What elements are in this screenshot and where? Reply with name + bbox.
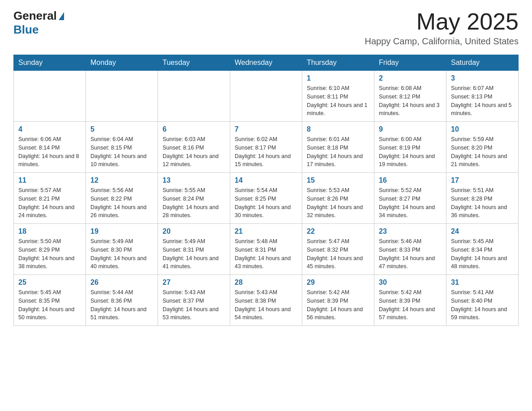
logo-triangle-icon: [59, 12, 64, 20]
day-number: 14: [235, 176, 297, 184]
calendar-cell: 17Sunrise: 5:51 AMSunset: 8:28 PMDayligh…: [446, 173, 519, 224]
day-info: Sunrise: 5:49 AMSunset: 8:31 PMDaylight:…: [163, 237, 225, 271]
day-info: Sunrise: 5:55 AMSunset: 8:24 PMDaylight:…: [163, 186, 225, 220]
day-number: 22: [307, 227, 369, 235]
calendar-cell: 26Sunrise: 5:44 AMSunset: 8:36 PMDayligh…: [86, 275, 158, 326]
calendar-cell: 16Sunrise: 5:52 AMSunset: 8:27 PMDayligh…: [374, 173, 446, 224]
day-number: 15: [307, 176, 369, 184]
day-info: Sunrise: 5:45 AMSunset: 8:34 PMDaylight:…: [451, 237, 514, 271]
calendar-cell: 28Sunrise: 5:43 AMSunset: 8:38 PMDayligh…: [230, 275, 302, 326]
day-number: 6: [163, 125, 225, 133]
day-of-week-header: Friday: [374, 55, 446, 71]
day-info: Sunrise: 5:53 AMSunset: 8:26 PMDaylight:…: [307, 186, 369, 220]
day-info: Sunrise: 5:57 AMSunset: 8:21 PMDaylight:…: [18, 186, 81, 220]
day-info: Sunrise: 5:54 AMSunset: 8:25 PMDaylight:…: [235, 186, 297, 220]
calendar-week-row: 11Sunrise: 5:57 AMSunset: 8:21 PMDayligh…: [14, 173, 519, 224]
page-header: General Blue May 2025 Happy Camp, Califo…: [13, 9, 519, 47]
calendar-cell: [86, 71, 158, 122]
day-info: Sunrise: 6:07 AMSunset: 8:13 PMDaylight:…: [451, 84, 514, 118]
day-number: 27: [163, 278, 225, 287]
day-number: 10: [451, 125, 514, 133]
calendar-cell: 25Sunrise: 5:45 AMSunset: 8:35 PMDayligh…: [14, 275, 86, 326]
calendar-cell: 30Sunrise: 5:42 AMSunset: 8:39 PMDayligh…: [374, 275, 446, 326]
day-info: Sunrise: 5:56 AMSunset: 8:22 PMDaylight:…: [90, 186, 153, 220]
day-info: Sunrise: 6:10 AMSunset: 8:11 PMDaylight:…: [307, 84, 369, 118]
calendar-cell: 2Sunrise: 6:08 AMSunset: 8:12 PMDaylight…: [374, 71, 446, 122]
day-info: Sunrise: 5:42 AMSunset: 8:39 PMDaylight:…: [379, 288, 442, 322]
calendar-cell: 14Sunrise: 5:54 AMSunset: 8:25 PMDayligh…: [230, 173, 302, 224]
day-info: Sunrise: 6:08 AMSunset: 8:12 PMDaylight:…: [379, 84, 442, 118]
calendar-cell: 4Sunrise: 6:06 AMSunset: 8:14 PMDaylight…: [14, 122, 86, 173]
calendar-cell: [230, 71, 302, 122]
calendar-cell: 29Sunrise: 5:42 AMSunset: 8:39 PMDayligh…: [302, 275, 374, 326]
calendar-cell: 8Sunrise: 6:01 AMSunset: 8:18 PMDaylight…: [302, 122, 374, 173]
logo: General Blue: [13, 9, 64, 37]
day-info: Sunrise: 5:50 AMSunset: 8:29 PMDaylight:…: [18, 237, 81, 271]
calendar-cell: 7Sunrise: 6:02 AMSunset: 8:17 PMDaylight…: [230, 122, 302, 173]
day-number: 21: [235, 227, 297, 235]
calendar-table: SundayMondayTuesdayWednesdayThursdayFrid…: [13, 55, 519, 326]
calendar-cell: 10Sunrise: 5:59 AMSunset: 8:20 PMDayligh…: [446, 122, 519, 173]
day-number: 26: [90, 278, 153, 287]
day-info: Sunrise: 5:43 AMSunset: 8:37 PMDaylight:…: [163, 288, 225, 322]
day-info: Sunrise: 6:04 AMSunset: 8:15 PMDaylight:…: [90, 135, 153, 169]
calendar-cell: 18Sunrise: 5:50 AMSunset: 8:29 PMDayligh…: [14, 224, 86, 275]
day-number: 23: [379, 227, 442, 235]
day-number: 18: [18, 227, 81, 235]
day-info: Sunrise: 5:43 AMSunset: 8:38 PMDaylight:…: [235, 288, 297, 322]
calendar-cell: [14, 71, 86, 122]
day-info: Sunrise: 5:42 AMSunset: 8:39 PMDaylight:…: [307, 288, 369, 322]
calendar-cell: 27Sunrise: 5:43 AMSunset: 8:37 PMDayligh…: [158, 275, 230, 326]
day-number: 5: [90, 125, 153, 133]
day-info: Sunrise: 6:00 AMSunset: 8:19 PMDaylight:…: [379, 135, 442, 169]
calendar-cell: 21Sunrise: 5:48 AMSunset: 8:31 PMDayligh…: [230, 224, 302, 275]
calendar-week-row: 1Sunrise: 6:10 AMSunset: 8:11 PMDaylight…: [14, 71, 519, 122]
day-number: 24: [451, 227, 514, 235]
day-number: 31: [451, 278, 514, 287]
day-number: 16: [379, 176, 442, 184]
day-info: Sunrise: 5:46 AMSunset: 8:33 PMDaylight:…: [379, 237, 442, 271]
day-info: Sunrise: 6:03 AMSunset: 8:16 PMDaylight:…: [163, 135, 225, 169]
calendar-cell: 9Sunrise: 6:00 AMSunset: 8:19 PMDaylight…: [374, 122, 446, 173]
calendar-header-row: SundayMondayTuesdayWednesdayThursdayFrid…: [14, 55, 519, 71]
day-number: 28: [235, 278, 297, 287]
calendar-cell: 24Sunrise: 5:45 AMSunset: 8:34 PMDayligh…: [446, 224, 519, 275]
calendar-cell: 5Sunrise: 6:04 AMSunset: 8:15 PMDaylight…: [86, 122, 158, 173]
day-number: 13: [163, 176, 225, 184]
title-block: May 2025 Happy Camp, California, United …: [365, 9, 519, 47]
calendar-cell: 13Sunrise: 5:55 AMSunset: 8:24 PMDayligh…: [158, 173, 230, 224]
calendar-week-row: 25Sunrise: 5:45 AMSunset: 8:35 PMDayligh…: [14, 275, 519, 326]
calendar-cell: 23Sunrise: 5:46 AMSunset: 8:33 PMDayligh…: [374, 224, 446, 275]
day-number: 7: [235, 125, 297, 133]
day-number: 30: [379, 278, 442, 287]
calendar-cell: 15Sunrise: 5:53 AMSunset: 8:26 PMDayligh…: [302, 173, 374, 224]
day-info: Sunrise: 6:06 AMSunset: 8:14 PMDaylight:…: [18, 135, 81, 169]
day-number: 9: [379, 125, 442, 133]
day-info: Sunrise: 5:44 AMSunset: 8:36 PMDaylight:…: [90, 288, 153, 322]
day-info: Sunrise: 5:48 AMSunset: 8:31 PMDaylight:…: [235, 237, 297, 271]
logo-blue: Blue: [13, 23, 39, 37]
day-number: 29: [307, 278, 369, 287]
day-number: 19: [90, 227, 153, 235]
calendar-cell: 31Sunrise: 5:41 AMSunset: 8:40 PMDayligh…: [446, 275, 519, 326]
day-info: Sunrise: 5:47 AMSunset: 8:32 PMDaylight:…: [307, 237, 369, 271]
day-of-week-header: Sunday: [14, 55, 86, 71]
calendar-cell: 1Sunrise: 6:10 AMSunset: 8:11 PMDaylight…: [302, 71, 374, 122]
day-number: 1: [307, 74, 369, 82]
day-number: 4: [18, 125, 81, 133]
calendar-cell: [158, 71, 230, 122]
calendar-cell: 20Sunrise: 5:49 AMSunset: 8:31 PMDayligh…: [158, 224, 230, 275]
day-info: Sunrise: 6:01 AMSunset: 8:18 PMDaylight:…: [307, 135, 369, 169]
day-of-week-header: Thursday: [302, 55, 374, 71]
calendar-week-row: 18Sunrise: 5:50 AMSunset: 8:29 PMDayligh…: [14, 224, 519, 275]
day-info: Sunrise: 5:59 AMSunset: 8:20 PMDaylight:…: [451, 135, 514, 169]
day-info: Sunrise: 5:49 AMSunset: 8:30 PMDaylight:…: [90, 237, 153, 271]
calendar-week-row: 4Sunrise: 6:06 AMSunset: 8:14 PMDaylight…: [14, 122, 519, 173]
day-number: 11: [18, 176, 81, 184]
calendar-cell: 6Sunrise: 6:03 AMSunset: 8:16 PMDaylight…: [158, 122, 230, 173]
calendar-cell: 12Sunrise: 5:56 AMSunset: 8:22 PMDayligh…: [86, 173, 158, 224]
day-of-week-header: Wednesday: [230, 55, 302, 71]
day-of-week-header: Tuesday: [158, 55, 230, 71]
day-info: Sunrise: 6:02 AMSunset: 8:17 PMDaylight:…: [235, 135, 297, 169]
calendar-cell: 11Sunrise: 5:57 AMSunset: 8:21 PMDayligh…: [14, 173, 86, 224]
